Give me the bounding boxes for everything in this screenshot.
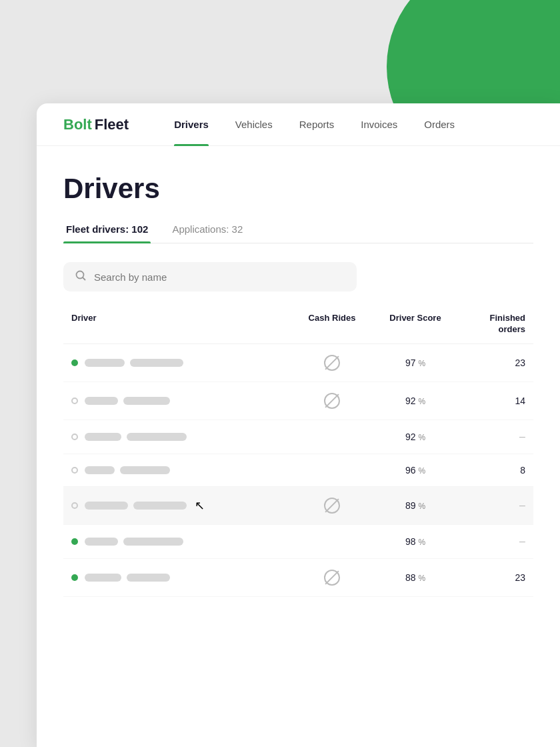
driver-name (85, 433, 187, 441)
table-row[interactable]: 96 % 8 (63, 454, 533, 487)
no-cash-icon (324, 355, 340, 371)
status-dot-online (71, 359, 78, 366)
search-input[interactable] (94, 271, 345, 283)
status-dot-online (71, 574, 78, 581)
logo: Bolt Fleet (63, 116, 129, 133)
name-blur (85, 574, 121, 582)
score-cell: 92 % (372, 396, 459, 406)
logo-fleet: Fleet (95, 116, 129, 133)
cursor-icon: ↖ (195, 498, 205, 513)
table-row[interactable]: ↖ 89 % – (63, 487, 533, 525)
tabs: Fleet drivers: 102 Applications: 32 (63, 223, 533, 243)
main-card: Bolt Fleet Drivers Vehicles Reports Invo… (37, 103, 560, 747)
score-cell: 89 % (372, 500, 459, 511)
driver-name (85, 538, 183, 546)
driver-name: ↖ (85, 498, 205, 513)
navigation: Bolt Fleet Drivers Vehicles Reports Invo… (37, 103, 560, 146)
no-cash-icon (324, 393, 340, 409)
driver-name (85, 359, 183, 367)
tab-applications[interactable]: Applications: 32 (169, 223, 245, 243)
table-header: Driver Cash Rides Driver Score Finishedo… (63, 313, 533, 344)
name-blur (85, 359, 125, 367)
score-cell: 88 % (372, 572, 459, 583)
nav-items: Drivers Vehicles Reports Invoices Orders (161, 103, 468, 146)
cash-rides-cell (292, 498, 372, 514)
name-blur (85, 538, 118, 546)
score-cell: 92 % (372, 432, 459, 442)
driver-name (85, 397, 170, 405)
search-icon (75, 270, 86, 283)
status-dot-offline (71, 398, 78, 404)
col-header-driver-score: Driver Score (372, 313, 459, 335)
cash-rides-cell (292, 393, 372, 409)
driver-name (85, 466, 170, 474)
name-blur (133, 502, 187, 510)
table-row[interactable]: 92 % – (63, 420, 533, 454)
page-title: Drivers (63, 173, 533, 205)
col-header-finished-orders: Finishedorders (459, 313, 525, 335)
driver-cell (71, 538, 292, 546)
name-blur (85, 397, 118, 405)
name-blur (85, 466, 115, 474)
name-blur (85, 502, 128, 510)
table-row[interactable]: 97 % 23 (63, 344, 533, 382)
status-dot-offline (71, 467, 78, 474)
orders-cell: – (459, 500, 525, 512)
score-cell: 97 % (372, 357, 459, 368)
name-blur (123, 397, 170, 405)
driver-cell (71, 397, 292, 405)
nav-item-reports[interactable]: Reports (286, 103, 348, 146)
table-row[interactable]: 98 % – (63, 525, 533, 559)
name-blur (120, 466, 170, 474)
nav-item-drivers[interactable]: Drivers (161, 103, 222, 146)
svg-line-1 (83, 277, 85, 280)
status-dot-offline (71, 434, 78, 440)
nav-item-orders[interactable]: Orders (411, 103, 468, 146)
name-blur (127, 433, 187, 441)
orders-cell: – (459, 431, 525, 443)
driver-cell: ↖ (71, 498, 292, 513)
status-dot-online (71, 538, 78, 545)
nav-item-vehicles[interactable]: Vehicles (222, 103, 286, 146)
score-cell: 96 % (372, 465, 459, 476)
no-cash-icon (324, 570, 340, 586)
table-row[interactable]: 88 % 23 (63, 559, 533, 597)
name-blur (130, 359, 183, 367)
col-header-driver: Driver (71, 313, 292, 335)
no-cash-icon (324, 498, 340, 514)
tab-fleet-drivers[interactable]: Fleet drivers: 102 (63, 223, 151, 243)
status-dot-offline (71, 502, 78, 509)
cash-rides-cell (292, 570, 372, 586)
driver-cell (71, 466, 292, 474)
orders-cell: 23 (459, 572, 525, 583)
name-blur (123, 538, 183, 546)
main-content: Drivers Fleet drivers: 102 Applications:… (37, 146, 560, 617)
orders-cell: – (459, 536, 525, 548)
name-blur (85, 433, 121, 441)
nav-item-invoices[interactable]: Invoices (347, 103, 411, 146)
driver-name (85, 574, 170, 582)
logo-bolt: Bolt (63, 116, 92, 133)
orders-cell: 23 (459, 357, 525, 368)
col-header-cash-rides: Cash Rides (292, 313, 372, 335)
name-blur (127, 574, 170, 582)
driver-cell (71, 574, 292, 582)
table-row[interactable]: 92 % 14 (63, 382, 533, 420)
driver-cell (71, 359, 292, 367)
orders-cell: 14 (459, 396, 525, 406)
driver-cell (71, 433, 292, 441)
cash-rides-cell (292, 355, 372, 371)
search-container (63, 262, 357, 291)
score-cell: 98 % (372, 536, 459, 547)
drivers-table: Driver Cash Rides Driver Score Finishedo… (63, 313, 533, 597)
orders-cell: 8 (459, 465, 525, 476)
